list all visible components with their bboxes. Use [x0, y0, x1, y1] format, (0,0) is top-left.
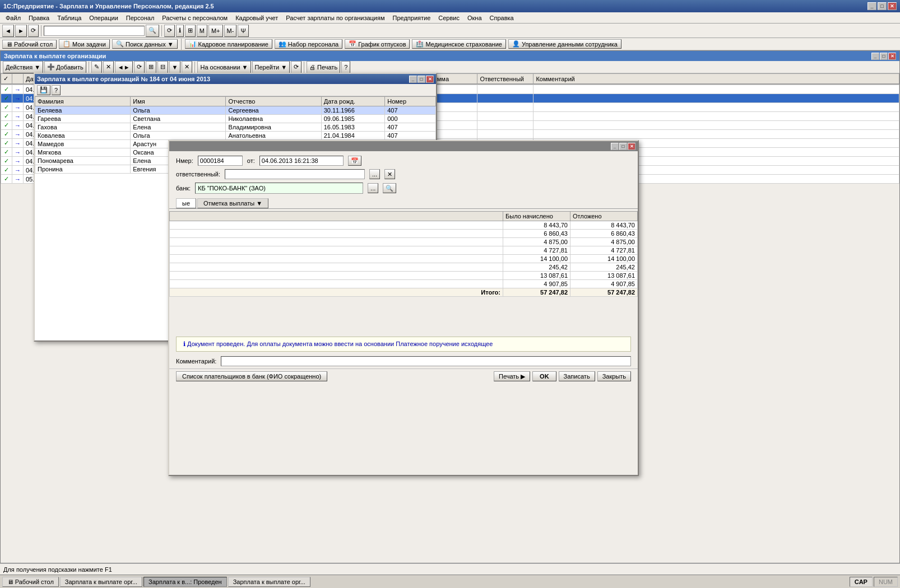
taskbar-desktop[interactable]: 🖥 Рабочий стол	[2, 577, 59, 587]
menu-personnel[interactable]: Персонал	[123, 13, 158, 22]
emp-dob: 16.05.1983	[321, 123, 384, 132]
tab-mark-payment[interactable]: Отметка выплаты ▼	[197, 198, 268, 208]
payment-row[interactable]: 13 087,61 13 087,61	[170, 272, 638, 280]
toolbar-btn4[interactable]: M	[197, 25, 207, 37]
main-win-minimize[interactable]: _	[871, 53, 879, 60]
toolbar-refresh[interactable]: ⟳	[28, 25, 39, 37]
quick-employee-data[interactable]: 👤 Управление данными сотрудника	[508, 39, 621, 49]
col-comment[interactable]: Комментарий	[533, 74, 899, 84]
quick-hr-planning[interactable]: 📊 Кадровое планирование	[185, 39, 272, 49]
update-btn[interactable]: ⟳	[291, 61, 301, 73]
menu-enterprise[interactable]: Предприятие	[389, 13, 434, 22]
emp-middle: Владимировна	[226, 123, 321, 132]
employee-row[interactable]: Гареева Светлана Николаевна 09.06.1985 0…	[35, 115, 436, 123]
main-win-close[interactable]: ✕	[888, 53, 896, 60]
payment-row[interactable]: 14 100,00 14 100,00	[170, 255, 638, 263]
quick-desktop[interactable]: 🖥 Рабочий стол	[2, 40, 57, 49]
toolbar-search-btn[interactable]: 🔍	[146, 25, 159, 37]
toolbar-forward[interactable]: ►	[15, 25, 27, 37]
toolbar-btn6[interactable]: M-	[224, 25, 237, 37]
payment-row[interactable]: 6 860,43 6 860,43	[170, 230, 638, 238]
clear-filter-btn[interactable]: ✕	[182, 61, 192, 73]
list-payers-btn[interactable]: Список плательщиков в банк (ФИО сокращен…	[176, 371, 327, 381]
write-btn[interactable]: Записать	[559, 371, 595, 381]
payment-row[interactable]: 4 907,85 4 907,85	[170, 280, 638, 288]
delete-btn[interactable]: ✕	[103, 61, 114, 73]
menu-edit[interactable]: Правка	[25, 13, 53, 22]
employee-row[interactable]: Ковалева Ольга Анатольевна 21.04.1984 40…	[35, 132, 436, 140]
minimize-button[interactable]: _	[867, 2, 876, 10]
menu-service[interactable]: Сервис	[435, 13, 463, 22]
ok-btn[interactable]: OK	[532, 371, 556, 381]
payment-row[interactable]: 4 875,00 4 875,00	[170, 238, 638, 246]
payment-row[interactable]: 4 727,81 4 727,81	[170, 246, 638, 255]
dialog1-save-icon[interactable]: 💾	[37, 85, 50, 95]
collapse-btn[interactable]: ⊟	[157, 61, 168, 73]
filter-btn[interactable]: ▼	[169, 61, 181, 73]
toolbar-back[interactable]: ◄	[2, 25, 14, 37]
employee-row[interactable]: Гахова Елена Владимировна 16.05.1983 407	[35, 123, 436, 132]
payment-row[interactable]: 245,42 245,42	[170, 263, 638, 272]
toolbar-btn7[interactable]: Ψ	[238, 25, 248, 37]
close-button[interactable]: ✕	[888, 2, 897, 10]
taskbar-salary3[interactable]: Зарплата к выплате орг...	[228, 577, 310, 587]
menu-payments[interactable]: Расчеты с персоналом	[159, 13, 231, 22]
resp-field[interactable]	[225, 169, 365, 179]
resp-clear-btn[interactable]: ✕	[384, 169, 395, 179]
bank-browse-btn[interactable]: ...	[368, 183, 378, 193]
toolbar-btn3[interactable]: ⊞	[185, 25, 196, 37]
resp-browse-btn[interactable]: ...	[369, 169, 380, 179]
menu-hr[interactable]: Кадровый учет	[232, 13, 281, 22]
main-win-restore[interactable]: □	[880, 53, 888, 60]
menu-operations[interactable]: Операции	[86, 13, 121, 22]
payment-row[interactable]: 8 443,70 8 443,70	[170, 221, 638, 230]
menu-payroll[interactable]: Расчет зарплаты по организациям	[282, 13, 388, 22]
dialog2-minimize[interactable]: _	[611, 143, 619, 150]
dialog1-minimize[interactable]: _	[409, 76, 417, 83]
dialog1-maximize[interactable]: □	[417, 76, 425, 83]
expand-btn[interactable]: ⊞	[146, 61, 156, 73]
dialog2-close[interactable]: ✕	[628, 143, 635, 150]
menu-windows[interactable]: Окна	[464, 13, 485, 22]
edit-btn[interactable]: ✎	[91, 61, 102, 73]
col-resp[interactable]: Ответственный	[477, 74, 533, 84]
row-resp	[477, 85, 533, 94]
dialog2-maximize[interactable]: □	[619, 143, 627, 150]
dialog1-close[interactable]: ✕	[426, 76, 434, 83]
dialog2-table-area[interactable]: Было начислено Отложено 8 443,70 8 443,7…	[169, 211, 638, 334]
quick-search[interactable]: 🔍 Поиск данных ▼	[112, 39, 178, 49]
tab-data[interactable]: ые	[176, 198, 196, 208]
nav-btn[interactable]: ◄►	[115, 61, 133, 73]
help-btn[interactable]: ?	[341, 61, 350, 73]
taskbar-salary1[interactable]: Зарплата к выплате орг...	[60, 577, 142, 587]
comment-input[interactable]	[221, 356, 631, 366]
bank-field[interactable]: КБ "ПОКО-БАНК" (ЗАО)	[195, 183, 363, 194]
num-field[interactable]	[198, 156, 243, 166]
add-btn[interactable]: ➕ Добавить	[44, 61, 86, 73]
actions-btn[interactable]: Действия ▼	[3, 61, 43, 73]
goto-btn[interactable]: Перейти ▼	[252, 61, 290, 73]
print-btn[interactable]: 🖨 Печать	[307, 61, 340, 73]
from-field[interactable]	[259, 156, 344, 166]
maximize-button[interactable]: □	[878, 2, 887, 10]
toolbar-search-input[interactable]	[44, 26, 145, 36]
close-dialog-btn[interactable]: Закрыть	[597, 371, 631, 381]
quick-recruitment[interactable]: 👥 Набор персонала	[275, 39, 342, 49]
menu-file[interactable]: Файл	[2, 13, 24, 22]
dialog1-help-icon[interactable]: ?	[52, 85, 61, 95]
quick-medical[interactable]: 🏥 Медицинское страхование	[412, 39, 505, 49]
print-dialog-btn[interactable]: Печать ▶	[494, 371, 530, 381]
toolbar-btn1[interactable]: ⟳	[164, 25, 175, 37]
calendar-btn[interactable]: 📅	[348, 156, 361, 166]
taskbar-salary2[interactable]: Зарплата к в...: Проведен	[143, 577, 227, 587]
toolbar-btn2[interactable]: ℹ	[176, 25, 184, 37]
menu-help[interactable]: Справка	[486, 13, 517, 22]
quick-vacation[interactable]: 📅 График отпусков	[345, 39, 410, 49]
bank-search-btn[interactable]: 🔍	[383, 183, 396, 193]
toolbar-btn5[interactable]: M+	[208, 25, 223, 37]
quick-tasks[interactable]: 📋 Мои задачи	[59, 39, 110, 49]
refresh-list-btn[interactable]: ⟳	[134, 61, 145, 73]
menu-table[interactable]: Таблица	[54, 13, 85, 22]
employee-row[interactable]: Беляева Ольга Сергеевна 30.11.1966 407	[35, 106, 436, 115]
basis-btn[interactable]: На основании ▼	[197, 61, 250, 73]
